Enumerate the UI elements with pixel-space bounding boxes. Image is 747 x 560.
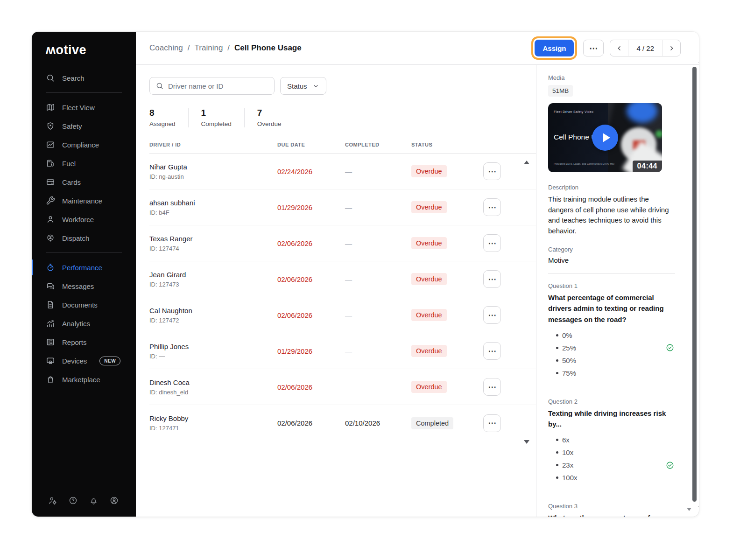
description-section: Description This training module outline…: [548, 184, 676, 236]
answer-option: 100x: [548, 471, 675, 484]
table-row[interactable]: Cal NaughtonID: 127472 02/06/2026 — Over…: [149, 297, 536, 333]
row-actions-button[interactable]: ⋯: [483, 342, 501, 360]
due-date: 02/24/2026: [277, 168, 345, 175]
devices-icon: [46, 356, 55, 365]
column-header-status: STATUS: [411, 142, 483, 147]
document-icon: [46, 300, 55, 309]
sidebar-item-fleet-view[interactable]: Fleet View: [32, 98, 136, 117]
question-options: 0% 25% 50% 75%: [548, 329, 675, 379]
correct-answer-check-icon: [666, 343, 674, 352]
table-row[interactable]: ahsan subhaniID: b4F 01/29/2026 — Overdu…: [149, 189, 536, 225]
sidebar-item-compliance[interactable]: Compliance: [32, 135, 136, 154]
row-actions-button[interactable]: ⋯: [483, 414, 501, 432]
column-header-completed: COMPLETED: [345, 142, 411, 147]
sidebar-item-search[interactable]: Search: [32, 69, 136, 87]
report-icon: [46, 337, 55, 347]
sidebar-item-marketplace[interactable]: Marketplace: [32, 370, 136, 389]
assignments-section: Status 8 Assigned 1 Completed 7: [136, 65, 536, 517]
sidebar-item-cards[interactable]: Cards: [32, 173, 136, 191]
person-icon: [46, 215, 55, 224]
sidebar-item-workforce[interactable]: Workforce: [32, 210, 136, 229]
scrollbar-down-arrow[interactable]: [698, 506, 699, 510]
scrollbar-up-arrow[interactable]: [698, 59, 699, 63]
due-date: 01/29/2026: [277, 203, 345, 211]
row-actions-button[interactable]: ⋯: [483, 198, 501, 216]
play-button[interactable]: [592, 125, 618, 151]
completed-date: 02/10/2026: [345, 419, 411, 427]
status-filter-dropdown[interactable]: Status: [280, 77, 326, 95]
status-badge: Overdue: [411, 345, 447, 357]
driver-id: ID: 127473: [149, 281, 277, 288]
help-icon[interactable]: [68, 496, 78, 505]
analytics-icon: [46, 319, 55, 328]
row-actions-button[interactable]: ⋯: [483, 270, 501, 288]
question-3: Question 3 What are the common types of …: [548, 503, 676, 517]
table-row[interactable]: Ricky BobbyID: 127471 02/06/2026 02/10/2…: [149, 405, 536, 441]
sidebar-item-dispatch[interactable]: Dispatch: [32, 229, 136, 247]
status-badge: Completed: [411, 417, 453, 429]
shield-icon: [46, 121, 55, 131]
status-badge: Overdue: [411, 309, 447, 321]
breadcrumb-coaching[interactable]: Coaching: [149, 43, 183, 53]
sidebar-item-devices[interactable]: Devices NEW: [32, 351, 136, 370]
sidebar-item-messages[interactable]: Messages: [32, 277, 136, 295]
question-label: Question 1: [548, 282, 676, 289]
performance-gauge-icon: [46, 263, 55, 272]
table-row[interactable]: Jean GirardID: 127473 02/06/2026 — Overd…: [149, 261, 536, 297]
fuel-pump-icon: [46, 159, 55, 168]
driver-id: ID: b4F: [149, 209, 277, 216]
status-badge: Overdue: [411, 165, 447, 177]
row-actions-button[interactable]: ⋯: [483, 234, 501, 252]
video-duration-badge: 04:44: [633, 161, 662, 172]
column-header-due-date: DUE DATE: [277, 142, 345, 147]
assign-highlight-ring: Assign: [531, 36, 577, 60]
more-icon: ⋯: [488, 203, 496, 212]
sidebar-item-safety[interactable]: Safety: [32, 117, 136, 135]
dispatch-icon: [46, 233, 55, 243]
sidebar-item-maintenance[interactable]: Maintenance: [32, 191, 136, 210]
filters-row: Status: [149, 77, 536, 95]
credit-card-icon: [46, 177, 55, 187]
sidebar-item-documents[interactable]: Documents: [32, 295, 136, 314]
wrench-icon: [46, 196, 55, 205]
list-scroll-down-arrow[interactable]: [524, 440, 529, 444]
row-actions-button[interactable]: ⋯: [483, 306, 501, 324]
table-row[interactable]: Phillip JonesID: — 01/29/2026 — Overdue …: [149, 333, 536, 369]
notifications-bell-icon[interactable]: [89, 496, 99, 505]
due-date: 02/06/2026: [277, 383, 345, 391]
next-page-button[interactable]: [662, 40, 680, 56]
table-header: DRIVER / ID DUE DATE COMPLETED STATUS: [149, 142, 536, 154]
scrollbar-thumb[interactable]: [692, 67, 697, 502]
assign-button[interactable]: Assign: [535, 40, 574, 56]
sidebar-item-label: Fleet View: [62, 104, 95, 112]
search-icon: [155, 82, 164, 90]
more-actions-button[interactable]: ⋯: [583, 40, 604, 56]
driver-id: ID: 127472: [149, 317, 277, 324]
driver-name: Nihar Gupta: [149, 163, 277, 171]
panel-scroll-down-arrow[interactable]: [687, 508, 691, 511]
sidebar-item-performance[interactable]: Performance: [32, 258, 136, 277]
video-thumbnail[interactable]: Fleet Driver Safety Video Cell Phone Usa…: [548, 103, 662, 172]
list-scroll-up-arrow[interactable]: [524, 161, 529, 164]
video-brand-text: Fleet Driver Safety Video: [554, 110, 593, 113]
row-actions-button[interactable]: ⋯: [483, 378, 501, 396]
sidebar-item-label: Reports: [62, 338, 87, 346]
row-actions-button[interactable]: ⋯: [483, 162, 501, 180]
sidebar-item-analytics[interactable]: Analytics: [32, 314, 136, 333]
search-input[interactable]: [168, 82, 268, 90]
completed-date: —: [345, 168, 411, 175]
breadcrumb-training[interactable]: Training: [195, 43, 223, 53]
table-row[interactable]: Nihar GuptaID: ng-austin 02/24/2026 — Ov…: [149, 154, 536, 189]
table-row[interactable]: Texas RangerID: 127474 02/06/2026 — Over…: [149, 225, 536, 261]
sidebar-item-label: Workforce: [62, 216, 94, 224]
account-icon[interactable]: [109, 496, 119, 505]
sidebar-item-reports[interactable]: Reports: [32, 333, 136, 351]
completed-date: —: [345, 383, 411, 391]
description-text: This training module outlines the danger…: [548, 194, 674, 236]
pagination: 4 / 22: [610, 40, 681, 56]
previous-page-button[interactable]: [610, 40, 628, 56]
sidebar-item-fuel[interactable]: Fuel: [32, 154, 136, 173]
table-row[interactable]: Dinesh CocaID: dinesh_eld 02/06/2026 — O…: [149, 369, 536, 405]
admin-user-gear-icon[interactable]: [48, 496, 57, 505]
stat-label: Assigned: [149, 120, 176, 127]
